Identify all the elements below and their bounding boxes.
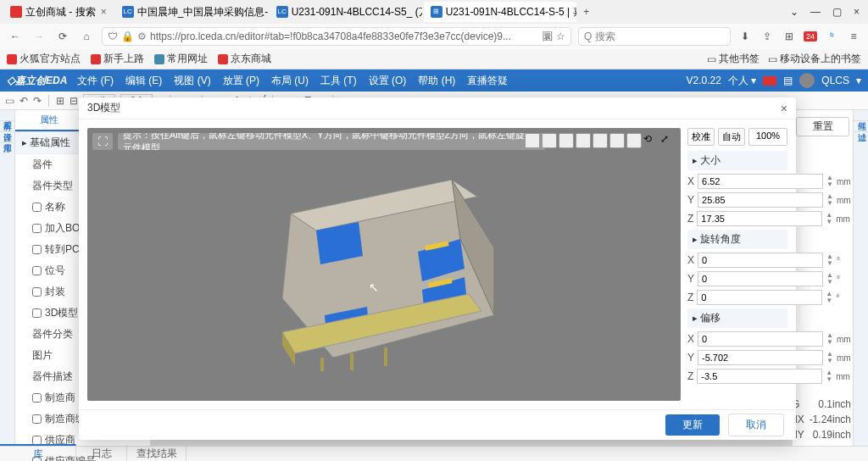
status-tab-lib[interactable]: 库	[0, 444, 76, 461]
maximize-icon[interactable]: ▢	[832, 6, 842, 18]
download-icon[interactable]: ⬇	[737, 31, 753, 42]
browser-tab[interactable]: 立创商城 - 搜索×	[3, 2, 114, 22]
view-left-icon[interactable]	[559, 133, 574, 148]
calibrate-button[interactable]: 校准	[687, 128, 715, 146]
forward-button[interactable]: →	[31, 31, 47, 42]
spinner-icon[interactable]: ▲▼	[826, 272, 833, 286]
status-tab-log[interactable]: 日志	[76, 445, 127, 461]
menu-live[interactable]: 直播答疑	[467, 74, 508, 88]
view-back-icon[interactable]	[542, 133, 557, 148]
minimize-icon[interactable]: —	[810, 6, 821, 18]
section-size: ▸ 大小	[687, 151, 787, 170]
value-input[interactable]	[697, 369, 822, 384]
rail-tab-prop[interactable]: 属性	[854, 110, 868, 121]
reload-button[interactable]: ⟳	[54, 31, 71, 42]
modal-titlebar: 3D模型 ×	[79, 97, 796, 119]
rail-tab-common[interactable]: 常用库	[0, 132, 14, 143]
view-top-icon[interactable]	[593, 133, 608, 148]
value-input[interactable]	[698, 331, 823, 347]
modal-close-button[interactable]: ×	[781, 102, 787, 115]
svg-rect-9	[320, 358, 324, 371]
reader-icon[interactable]: 圜	[542, 30, 553, 44]
tool-icon[interactable]: ▭	[5, 95, 14, 107]
browser-tab[interactable]: LC中国晨坤_中国晨坤采购信息-万...×	[115, 2, 268, 22]
new-tab-button[interactable]: +	[578, 6, 595, 18]
search-field[interactable]: Q 搜索	[578, 27, 731, 46]
rotate-icon[interactable]: ⤢	[660, 133, 676, 148]
tool-icon[interactable]: ↷	[33, 95, 42, 107]
avatar[interactable]	[799, 73, 815, 88]
status-tab-find[interactable]: 查找结果	[127, 445, 186, 461]
chevron-down-icon[interactable]: ▾	[856, 75, 861, 86]
bookmark[interactable]: 京东商城	[218, 52, 271, 66]
menu-view[interactable]: 视图 (V)	[174, 74, 210, 88]
value-input[interactable]	[698, 174, 823, 189]
chevron-down-icon[interactable]: ⌄	[790, 6, 798, 18]
browser-titlebar: 立创商城 - 搜索× LC中国晨坤_中国晨坤采购信息-万...× LCU231-…	[0, 0, 868, 24]
menu-file[interactable]: 文件 (F)	[77, 74, 114, 88]
update-button[interactable]: 更新	[665, 414, 720, 436]
share-icon[interactable]: ⇪	[760, 31, 775, 42]
value-input[interactable]	[698, 271, 823, 286]
plan-badge[interactable]: 个人 ▾	[728, 74, 756, 88]
home-button[interactable]: ⌂	[78, 31, 95, 42]
spinner-icon[interactable]: ▲▼	[826, 212, 832, 225]
zoom-pct[interactable]: 100%	[748, 128, 787, 146]
tool-icon[interactable]: ↶	[19, 95, 28, 107]
expand-icon[interactable]: ⛶	[92, 133, 113, 150]
flag-icon[interactable]	[763, 76, 776, 86]
account-icon[interactable]: ⊞	[782, 31, 797, 42]
bookmark[interactable]: 火狐官方站点	[7, 52, 81, 66]
value-input[interactable]	[697, 290, 822, 305]
notifications-badge[interactable]: 24	[804, 31, 817, 42]
notification-icon[interactable]: ▤	[783, 75, 793, 86]
fullscreen-icon[interactable]: ⟲	[643, 133, 659, 148]
auto-button[interactable]: 自动	[718, 128, 745, 146]
spinner-icon[interactable]: ▲▼	[826, 351, 833, 364]
view-iso-icon[interactable]	[626, 133, 642, 148]
spinner-icon[interactable]: ▲▼	[826, 253, 833, 267]
back-button[interactable]: ←	[7, 31, 24, 42]
view-right-icon[interactable]	[576, 133, 591, 148]
cancel-button[interactable]: 取消	[728, 414, 784, 436]
unit-label: °	[837, 256, 840, 265]
menu-icon[interactable]: ≡	[846, 31, 861, 42]
menu-help[interactable]: 帮助 (H)	[418, 74, 455, 88]
tab-properties[interactable]: 属性	[15, 110, 83, 131]
url-field[interactable]: 🛡 🔒 ⚙ https://pro.lceda.cn/editor#tab=!f…	[102, 27, 571, 46]
value-input[interactable]	[698, 253, 823, 268]
browser-tab[interactable]: LCU231-091N-4BLCC14-S5_ (万...×	[270, 2, 422, 22]
bookmark[interactable]: 常用网址	[154, 52, 208, 66]
menu-settings[interactable]: 设置 (O)	[369, 74, 407, 88]
menu-tools[interactable]: 工具 (T)	[320, 74, 357, 88]
value-input[interactable]	[698, 192, 823, 208]
bookmark-mobile[interactable]: ▭移动设备上的书签	[768, 52, 861, 66]
edge-icon[interactable]: ᵇ	[824, 31, 839, 42]
rail-tab-filter[interactable]: 过滤	[854, 121, 868, 132]
bookmark-other[interactable]: ▭其他书签	[707, 52, 760, 66]
rail-tab-lib[interactable]: 库设计	[0, 121, 14, 132]
close-icon[interactable]: ×	[101, 6, 107, 18]
star-icon[interactable]: ☆	[556, 31, 565, 42]
value-input[interactable]	[697, 211, 822, 226]
close-window-icon[interactable]: ×	[854, 6, 860, 18]
value-input[interactable]	[698, 350, 823, 365]
app-logo: ◇嘉立创EDA	[7, 74, 67, 88]
spinner-icon[interactable]: ▲▼	[826, 291, 832, 304]
tool-icon[interactable]: ⊞	[56, 95, 64, 107]
tool-icon[interactable]: ⊟	[70, 95, 78, 107]
viewer-3d[interactable]: ⛶ 提示：按住Alt键后，鼠标左键移动元件模型X、Y方向，鼠标中键移动元件模型Z…	[87, 128, 681, 401]
menu-edit[interactable]: 编辑 (E)	[125, 74, 162, 88]
reset-button[interactable]: 重置	[796, 117, 849, 136]
spinner-icon[interactable]: ▲▼	[826, 332, 833, 346]
spinner-icon[interactable]: ▲▼	[826, 193, 833, 207]
menu-layout[interactable]: 布局 (U)	[271, 74, 309, 88]
spinner-icon[interactable]: ▲▼	[826, 369, 832, 383]
view-bottom-icon[interactable]	[609, 133, 625, 148]
browser-tab-active[interactable]: ⊞U231-091N-4BLCC14-S-5 | 嘉...×	[424, 2, 576, 22]
username[interactable]: QLCS	[821, 75, 849, 86]
menu-place[interactable]: 放置 (P)	[223, 74, 259, 88]
rail-tab-projects[interactable]: 所有工程	[0, 110, 14, 121]
spinner-icon[interactable]: ▲▼	[826, 175, 833, 188]
bookmark[interactable]: 新手上路	[91, 52, 144, 66]
